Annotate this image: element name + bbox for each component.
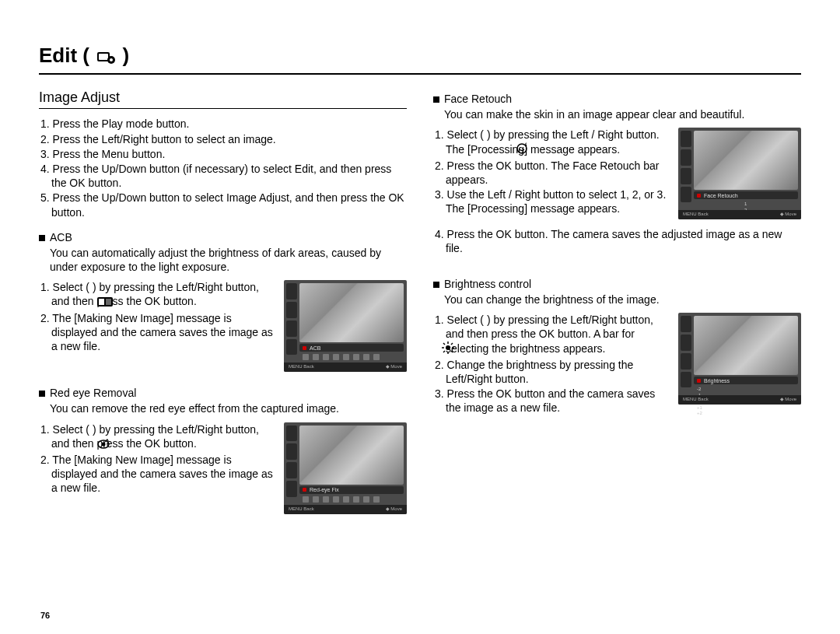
section-title: Red eye Removal: [50, 387, 136, 399]
thumb-label: Red-eye Fix: [310, 486, 339, 493]
bullet-square-icon: [39, 235, 45, 241]
svg-line-16: [451, 351, 453, 352]
step: 2. Change the brightness by pressing the…: [446, 358, 669, 386]
step: 2. Press the Left/Right button to select…: [51, 132, 407, 146]
screenshot-redeye: Red-eye Fix MENU Back ◆ Move: [284, 422, 407, 514]
step: 1. Press the Play mode button.: [51, 117, 407, 131]
face-retouch-icon: [527, 142, 528, 158]
step: 1. Select ( ) by pressing the Left/Right…: [446, 313, 669, 357]
svg-point-3: [110, 58, 113, 61]
section-brightness: Brightness control You can change the br…: [433, 277, 801, 426]
step: 4. Press the OK button. The camera saves…: [446, 227, 801, 255]
menu-tag: MENU: [683, 397, 697, 401]
section-title: Brightness control: [444, 278, 531, 290]
move-label: Move: [785, 397, 796, 401]
menu-tag: MENU: [289, 506, 303, 511]
back-label: Back: [698, 397, 708, 401]
svg-rect-6: [106, 299, 111, 305]
step: 3. Press the OK button and the camera sa…: [446, 387, 669, 415]
thumb-label: ACB: [310, 345, 320, 352]
move-label: Move: [785, 212, 796, 216]
section-title: Face Retouch: [444, 93, 512, 105]
section-redeye: Red eye Removal You can remove the red e…: [39, 386, 407, 513]
section-desc: You can remove the red eye effect from t…: [50, 401, 407, 415]
back-label: Back: [698, 212, 708, 216]
step: 2. Press the OK button. The Face Retouch…: [446, 159, 669, 187]
screenshot-acb: ACB MENU Back ◆ Move: [284, 280, 407, 372]
section-face-retouch: Face Retouch You can make the skin in an…: [433, 92, 801, 255]
svg-rect-5: [99, 299, 104, 305]
thumb-ticks: 1 2 3: [744, 201, 751, 208]
step: 2. The [Making New Image] message is dis…: [51, 311, 275, 354]
acb-steps: 1. Select ( ) by pressing the Left/Right…: [39, 280, 275, 353]
move-label: Move: [390, 506, 402, 511]
svg-point-10: [446, 345, 450, 350]
header-title-suffix: ): [122, 44, 129, 67]
step: 2. The [Making New Image] message is dis…: [51, 453, 275, 496]
header-title: Edit ( ): [39, 44, 129, 67]
section-heading-image-adjust: Image Adjust: [39, 89, 407, 109]
left-column: Image Adjust 1. Press the Play mode butt…: [39, 89, 407, 528]
face-steps-cont: 4. Press the OK button. The camera saves…: [433, 227, 801, 255]
back-label: Back: [303, 364, 313, 369]
step: 4. Press the Up/Down button (if necessar…: [51, 162, 407, 190]
step: 1. Select ( ) by pressing the Left / Rig…: [446, 128, 669, 157]
section-desc: You can make the skin in an image appear…: [444, 107, 801, 121]
edit-gear-icon: [96, 46, 117, 70]
thumb-label: Face Retouch: [704, 192, 738, 199]
redeye-steps: 1. Select ( ) by pressing the Left/Right…: [39, 422, 275, 496]
back-label: Back: [303, 506, 313, 511]
menu-tag: MENU: [683, 212, 697, 216]
move-label: Move: [390, 364, 402, 369]
thumb-label: Brightness: [704, 377, 730, 384]
redeye-icon: [108, 438, 110, 452]
step: 3. Use the Left / Right button to select…: [446, 187, 669, 215]
svg-line-18: [443, 351, 445, 352]
step: 1. Select ( ) by pressing the Left/Right…: [51, 280, 275, 310]
section-title: ACB: [50, 231, 72, 243]
screenshot-face-retouch: Face Retouch 1 2 3 MENU Back ◆ Move: [678, 128, 801, 219]
svg-point-8: [101, 442, 105, 446]
bullet-square-icon: [433, 282, 439, 288]
step: 1. Select ( ) by pressing the Left/Right…: [51, 422, 275, 452]
face-steps: 1. Select ( ) by pressing the Left / Rig…: [433, 128, 669, 215]
acb-icon: [108, 296, 113, 310]
section-desc: You can automatically adjust the brightn…: [50, 246, 407, 274]
section-acb: ACB You can automatically adjust the bri…: [39, 230, 407, 373]
page-number: 76: [40, 611, 50, 620]
right-column: Face Retouch You can make the skin in an…: [433, 89, 801, 528]
thumb-ticks: -2 -1 0 +1 +2: [697, 387, 703, 393]
step: 5. Press the Up/Down button to select Im…: [51, 191, 407, 219]
svg-rect-1: [99, 54, 108, 60]
brightness-sun-icon: [453, 342, 454, 357]
svg-line-15: [443, 343, 445, 345]
brightness-steps: 1. Select ( ) by pressing the Left/Right…: [433, 313, 669, 415]
bullet-square-icon: [433, 96, 439, 103]
svg-point-9: [517, 144, 527, 153]
menu-tag: MENU: [289, 364, 303, 369]
header-title-prefix: Edit (: [39, 44, 89, 67]
screenshot-brightness: Brightness -2 -1 0 +1 +2 MENU Back ◆ Mov…: [678, 313, 801, 405]
svg-line-17: [451, 343, 453, 345]
page-header: Edit ( ): [39, 44, 801, 75]
step: 3. Press the Menu button.: [51, 147, 407, 161]
section-desc: You can change the brightness of the ima…: [444, 292, 801, 306]
intro-steps: 1. Press the Play mode button. 2. Press …: [39, 117, 407, 219]
bullet-square-icon: [39, 391, 45, 397]
